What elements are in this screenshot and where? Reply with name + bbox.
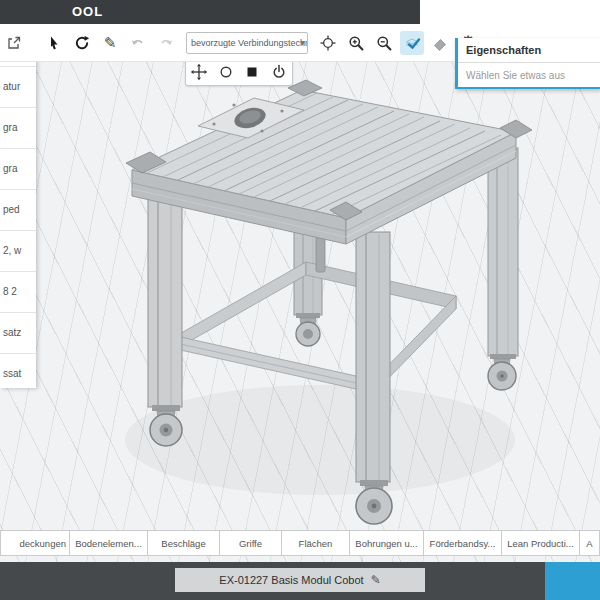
tab-griffe[interactable]: Griffe bbox=[220, 530, 282, 556]
pencil-icon: ✎ bbox=[104, 35, 117, 50]
circle-icon bbox=[217, 63, 235, 81]
list-item[interactable]: 8 2 bbox=[0, 271, 36, 312]
properties-panel: Eigenschaften Wählen Sie etwas aus bbox=[455, 38, 600, 89]
dropdown-value: bevorzugte Verbindungstechnik bbox=[191, 38, 308, 48]
undo-icon bbox=[130, 35, 146, 51]
zoom-in-icon bbox=[348, 35, 364, 51]
refresh-icon bbox=[74, 35, 90, 51]
circle-option-button[interactable] bbox=[213, 59, 240, 85]
stop-icon bbox=[243, 63, 261, 81]
category-tab-bar: deckungen Bodenelemen... Beschläge Griff… bbox=[0, 530, 600, 556]
tab-bodenelemente[interactable]: Bodenelemen... bbox=[70, 530, 148, 556]
list-item[interactable]: ssat bbox=[0, 353, 36, 388]
tab-foerderbandsysteme[interactable]: Förderbandsy... bbox=[424, 530, 502, 556]
list-item[interactable]: ped bbox=[0, 189, 36, 230]
connection-technique-dropdown[interactable]: bevorzugte Verbindungstechnik ▾ bbox=[186, 32, 308, 54]
catalog-results-panel: mm: 64. atur gra gra ped 2, w 8 2 satz s… bbox=[0, 52, 36, 388]
tab-lean-production[interactable]: Lean Producti... bbox=[502, 530, 580, 556]
list-item[interactable]: 2, w bbox=[0, 230, 36, 271]
engineering-tool-app: OOL ✎ bbox=[0, 0, 600, 600]
tab-bohrungen[interactable]: Bohrungen u... bbox=[350, 530, 424, 556]
center-view-button[interactable] bbox=[316, 31, 340, 55]
3d-viewport[interactable] bbox=[0, 62, 600, 600]
list-item[interactable]: gra bbox=[0, 148, 36, 189]
eraser-icon bbox=[432, 35, 448, 51]
undo-button[interactable] bbox=[126, 31, 150, 55]
list-item[interactable]: satz bbox=[0, 312, 36, 353]
zoom-in-button[interactable] bbox=[344, 31, 368, 55]
list-item[interactable]: atur bbox=[0, 66, 36, 107]
zoom-out-button[interactable] bbox=[372, 31, 396, 55]
tab-abdeckungen[interactable]: deckungen bbox=[0, 530, 70, 556]
project-title: EX-01227 Basis Modul Cobot bbox=[219, 574, 363, 586]
move-icon bbox=[190, 63, 208, 81]
project-title-pill[interactable]: EX-01227 Basis Modul Cobot ✎ bbox=[175, 568, 425, 592]
measure-tool-button[interactable]: ✎ bbox=[98, 31, 122, 55]
tab-beschlaege[interactable]: Beschläge bbox=[148, 530, 220, 556]
grid-check-icon bbox=[403, 34, 421, 52]
connection-technique-toolbar bbox=[185, 58, 293, 86]
tab-clipped[interactable]: A bbox=[580, 530, 600, 556]
export-icon bbox=[6, 35, 22, 51]
snap-check-toggle[interactable] bbox=[400, 31, 424, 55]
power-icon bbox=[270, 63, 288, 81]
move-option-button[interactable] bbox=[186, 59, 213, 85]
export-button[interactable] bbox=[2, 31, 26, 55]
stop-option-button[interactable] bbox=[239, 59, 266, 85]
zoom-out-icon bbox=[376, 35, 392, 51]
selection-field-underline bbox=[458, 87, 600, 89]
list-item[interactable]: gra bbox=[0, 107, 36, 148]
redo-button[interactable] bbox=[154, 31, 178, 55]
cursor-icon bbox=[46, 35, 62, 51]
chevron-down-icon: ▾ bbox=[300, 37, 305, 48]
project-bar: EX-01227 Basis Modul Cobot ✎ bbox=[0, 562, 600, 600]
refresh-view-button[interactable] bbox=[70, 31, 94, 55]
power-option-button[interactable] bbox=[266, 59, 293, 85]
app-header: OOL bbox=[0, 0, 420, 24]
selection-hint: Wählen Sie etwas aus bbox=[458, 63, 600, 84]
redo-icon bbox=[158, 35, 174, 51]
app-logo: OOL bbox=[72, 4, 103, 19]
eraser-tool-button[interactable] bbox=[428, 31, 452, 55]
select-tool-button[interactable] bbox=[42, 31, 66, 55]
edit-pencil-icon[interactable]: ✎ bbox=[371, 573, 381, 587]
tab-flaechen[interactable]: Flächen bbox=[282, 530, 350, 556]
properties-title: Eigenschaften bbox=[458, 38, 600, 63]
crosshair-icon bbox=[320, 35, 336, 51]
bottom-right-action-button[interactable] bbox=[545, 562, 600, 600]
